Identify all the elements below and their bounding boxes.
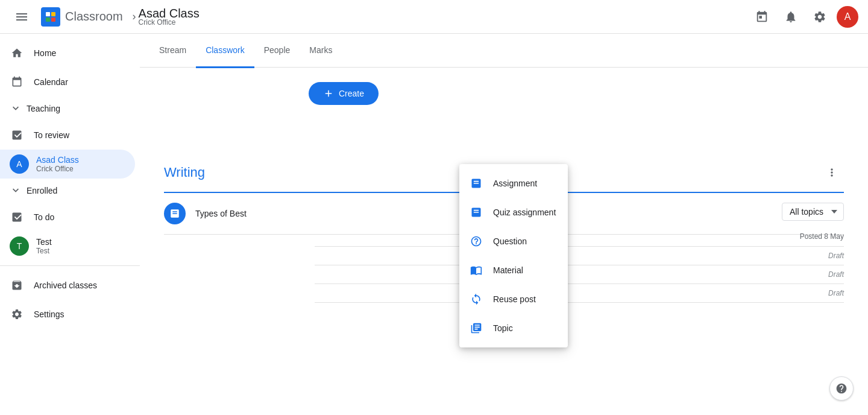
avatar[interactable]: A	[837, 6, 858, 28]
dropdown-item-reuse-post[interactable]: Reuse post	[459, 285, 568, 314]
svg-rect-3	[51, 17, 55, 22]
breadcrumb-class-sub: Crick Office	[139, 18, 200, 27]
dropdown-topic-label: Topic	[493, 323, 513, 333]
assignment-item-icon	[164, 203, 186, 224]
topbar-left: Classroom › Asad Class Crick Office	[10, 5, 750, 29]
notifications-icon-btn[interactable]	[779, 5, 803, 29]
sidebar-home-label: Home	[34, 48, 56, 58]
draft-label-2: Draft	[828, 270, 844, 279]
tab-classwork[interactable]: Classwork	[196, 34, 254, 68]
active-class-info: Asad Class Crick Office	[36, 155, 79, 173]
teaching-section-header[interactable]: Teaching	[0, 97, 140, 121]
svg-rect-0	[46, 12, 50, 16]
sidebar-item-to-do[interactable]: To do	[0, 203, 135, 232]
breadcrumb-class-link[interactable]: Asad Class Crick Office	[139, 7, 200, 27]
dropdown-assignment-label: Assignment	[493, 179, 537, 188]
reuse-post-icon	[469, 292, 483, 306]
calendar-icon	[10, 75, 24, 89]
topbar: Classroom › Asad Class Crick Office A	[0, 0, 868, 34]
sidebar-item-calendar[interactable]: Calendar	[0, 68, 135, 97]
app-logo[interactable]: Classroom	[41, 7, 123, 27]
sidebar-settings-label: Settings	[34, 309, 64, 319]
settings-icon	[10, 307, 24, 322]
dropdown-item-material[interactable]: Material	[459, 256, 568, 285]
sidebar-item-home[interactable]: Home	[0, 39, 135, 68]
tab-marks[interactable]: Marks	[300, 34, 342, 68]
sidebar-test-class[interactable]: T Test Test	[0, 232, 135, 261]
draft-label-3: Draft	[828, 289, 844, 297]
settings-icon-btn[interactable]	[808, 5, 832, 29]
classwork-content: Create Assignment	[140, 68, 868, 249]
help-button[interactable]	[829, 376, 854, 401]
svg-rect-1	[51, 12, 55, 16]
dropdown-item-quiz-assignment[interactable]: Quiz assignment	[459, 198, 568, 227]
to-review-icon	[10, 128, 24, 142]
calendar-icon-btn[interactable]	[750, 5, 774, 29]
sidebar-item-archived[interactable]: Archived classes	[0, 271, 135, 300]
quiz-assignment-icon	[469, 205, 483, 220]
sidebar-active-class[interactable]: A Asad Class Crick Office	[0, 150, 135, 179]
test-class-sub: Test	[36, 247, 52, 255]
topbar-right: A	[750, 5, 858, 29]
to-do-icon	[10, 210, 24, 224]
dropdown-item-question[interactable]: Question	[459, 227, 568, 256]
create-button[interactable]: Create	[309, 82, 379, 105]
menu-icon[interactable]	[10, 5, 34, 29]
sidebar-item-settings[interactable]: Settings	[0, 300, 135, 329]
sidebar-item-to-review[interactable]: To review	[0, 121, 135, 150]
enrolled-section-header[interactable]: Enrolled	[0, 179, 140, 203]
dropdown-item-topic[interactable]: Topic	[459, 314, 568, 343]
topic-icon	[469, 321, 483, 335]
breadcrumb: › Asad Class Crick Office	[133, 7, 200, 27]
create-button-label: Create	[339, 89, 364, 98]
dropdown-question-label: Question	[493, 236, 527, 246]
main-layout: Home Calendar Teaching To review	[0, 34, 868, 415]
sidebar-to-review-label: To review	[34, 130, 69, 140]
sidebar-archived-label: Archived classes	[34, 280, 97, 290]
tab-stream[interactable]: Stream	[149, 34, 196, 68]
assignment-left: Types of Best	[164, 203, 247, 224]
sidebar-calendar-label: Calendar	[34, 77, 68, 87]
create-dropdown-menu: Assignment Quiz assignment	[459, 164, 568, 347]
home-icon	[10, 46, 24, 60]
assignment-name: Types of Best	[195, 209, 247, 218]
logo-square	[41, 7, 60, 27]
dropdown-material-label: Material	[493, 265, 523, 275]
active-class-sub: Crick Office	[36, 165, 79, 173]
test-class-avatar: T	[10, 236, 29, 256]
teaching-label: Teaching	[27, 104, 60, 113]
content-area: Stream Classwork People Marks Create	[140, 34, 868, 415]
dropdown-quiz-assignment-label: Quiz assignment	[493, 208, 556, 217]
sidebar: Home Calendar Teaching To review	[0, 34, 140, 415]
draft-label-1: Draft	[828, 252, 844, 260]
active-class-name: Asad Class	[36, 155, 79, 165]
test-class-info: Test Test	[36, 237, 52, 255]
draft-area: All topics Posted 8 May Draft Draft Draf…	[315, 200, 844, 303]
breadcrumb-chevron-icon: ›	[133, 10, 136, 23]
tab-people[interactable]: People	[254, 34, 300, 68]
topic-more-button[interactable]	[820, 160, 844, 185]
enrolled-label: Enrolled	[27, 186, 57, 195]
test-class-name: Test	[36, 237, 52, 247]
topic-title: Writing	[164, 165, 205, 180]
active-class-avatar: A	[10, 154, 29, 174]
question-icon	[469, 234, 483, 249]
sidebar-divider	[0, 265, 140, 266]
assignment-icon	[469, 176, 483, 191]
app-name: Classroom	[65, 10, 123, 24]
dropdown-item-assignment[interactable]: Assignment	[459, 169, 568, 198]
posted-label: Posted 8 May	[800, 232, 844, 241]
material-icon	[469, 263, 483, 277]
sidebar-to-do-label: To do	[34, 212, 54, 222]
svg-rect-2	[46, 17, 50, 22]
archived-icon	[10, 278, 24, 293]
tab-bar: Stream Classwork People Marks	[140, 34, 868, 68]
topic-filter-select[interactable]: All topics	[782, 203, 844, 221]
dropdown-reuse-post-label: Reuse post	[493, 294, 536, 304]
